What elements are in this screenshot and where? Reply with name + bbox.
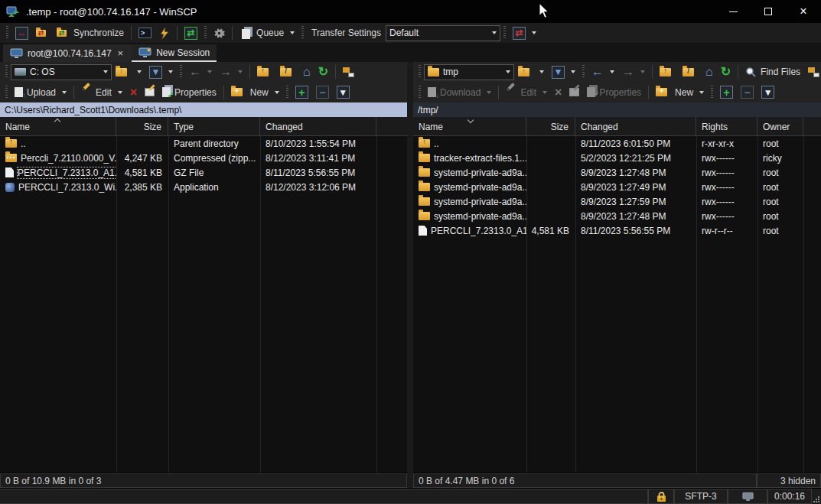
synchronize-browsing-button[interactable]: ⇄: [32, 24, 53, 42]
column-header-name[interactable]: Name: [0, 117, 116, 135]
local-selection-filter-button[interactable]: ▼: [333, 83, 353, 102]
new-session-tab[interactable]: New Session: [132, 44, 217, 62]
local-delete-button[interactable]: ×: [126, 83, 141, 102]
toolbar-grip[interactable]: [5, 65, 8, 79]
remote-parent-directory-button[interactable]: ↑: [656, 63, 679, 81]
close-tab-icon[interactable]: ×: [116, 47, 125, 59]
remote-directory-select[interactable]: tmp: [424, 64, 514, 80]
remote-open-directory-button[interactable]: ↑: [514, 63, 548, 81]
remote-root-directory-button[interactable]: /: [679, 63, 702, 81]
toolbar-grip[interactable]: [503, 26, 506, 40]
toolbar-grip[interactable]: [419, 86, 421, 99]
remote-transfer-button[interactable]: ⇄: [181, 24, 201, 42]
column-divider[interactable]: [526, 117, 527, 473]
file-row-parent[interactable]: ↑.. Parent directory 8/10/2023 1:55:54 P…: [0, 136, 407, 151]
session-tab[interactable]: root@100.74.16.147 ×: [3, 44, 132, 62]
transfer-preset-button[interactable]: ⇄: [509, 24, 540, 42]
local-parent-directory-button[interactable]: ↑: [253, 63, 276, 81]
local-forward-button[interactable]: →: [216, 63, 246, 81]
toolbar-grip[interactable]: [286, 86, 288, 99]
local-file-list[interactable]: Name Size Type Changed ↑.. Parent direct…: [0, 117, 407, 473]
file-row[interactable]: systemd-private-ad9a... 8/9/2023 1:27:59…: [413, 194, 821, 209]
column-header-type[interactable]: Type: [168, 117, 260, 135]
toolbar-grip[interactable]: [301, 26, 304, 40]
local-select-remove-button[interactable]: −: [312, 83, 333, 102]
remote-tree-toggle-button[interactable]: [804, 63, 821, 81]
remote-forward-button[interactable]: →: [618, 63, 649, 81]
file-row[interactable]: systemd-private-ad9a... 8/9/2023 1:27:49…: [413, 180, 821, 194]
column-divider[interactable]: [575, 117, 576, 473]
remote-home-button[interactable]: ⌂: [702, 63, 717, 81]
remote-select-add-button[interactable]: +: [716, 83, 737, 102]
remote-back-button[interactable]: ←: [588, 63, 618, 81]
minimize-button[interactable]: [715, 0, 751, 23]
close-button[interactable]: ×: [786, 0, 821, 23]
local-new-button[interactable]: + New: [227, 83, 283, 102]
toolbar-grip[interactable]: [204, 26, 207, 40]
local-home-button[interactable]: ⌂: [299, 63, 314, 81]
toolbar-grip[interactable]: [582, 65, 585, 79]
local-properties-button[interactable]: ✓ Properties: [158, 83, 220, 102]
local-edit-button[interactable]: Edit: [77, 83, 126, 102]
remote-select-remove-button[interactable]: −: [737, 83, 757, 102]
column-header-owner[interactable]: Owner: [757, 117, 803, 135]
column-divider[interactable]: [168, 117, 169, 473]
column-divider[interactable]: [757, 117, 758, 473]
toolbar-grip[interactable]: [6, 26, 8, 40]
column-header-changed[interactable]: Changed: [575, 117, 696, 135]
encryption-status[interactable]: [648, 489, 674, 504]
find-files-button[interactable]: Find Files: [741, 63, 804, 81]
column-header-changed[interactable]: Changed: [260, 117, 376, 135]
file-row[interactable]: systemd-private-ad9a... 8/9/2023 1:27:48…: [413, 165, 821, 180]
remote-rename-button[interactable]: [565, 83, 583, 102]
transfer-settings-select[interactable]: Default: [386, 25, 500, 41]
open-terminal-button[interactable]: >: [135, 24, 155, 42]
file-row[interactable]: systemd-private-ad9a... 8/9/2023 1:27:48…: [413, 209, 821, 223]
local-filter-button[interactable]: ▼: [145, 63, 177, 81]
local-rename-button[interactable]: [141, 83, 158, 102]
toolbar-grip[interactable]: [5, 86, 8, 99]
remote-new-button[interactable]: + New: [652, 83, 708, 102]
local-select-add-button[interactable]: +: [292, 83, 312, 102]
file-row[interactable]: PERCCLI_7.2313.0_Wi... 2,385 KB Applicat…: [0, 180, 407, 194]
file-row-parent[interactable]: ↑.. 8/11/2023 6:01:50 PM r-xr-xr-x root: [413, 136, 821, 151]
remote-edit-button[interactable]: Edit: [502, 83, 551, 102]
hidden-files-count[interactable]: 3 hidden: [757, 473, 821, 488]
toolbar-grip[interactable]: [180, 65, 182, 79]
local-root-directory-button[interactable]: /: [276, 63, 299, 81]
column-header-rights[interactable]: Rights: [696, 117, 757, 135]
local-drive-select[interactable]: C: OS: [11, 64, 112, 80]
column-header-size[interactable]: Size: [116, 117, 168, 135]
column-divider[interactable]: [376, 117, 377, 473]
console-commands-button[interactable]: [155, 24, 174, 42]
maximize-button[interactable]: [751, 0, 786, 23]
remote-filter-button[interactable]: ▼: [548, 63, 579, 81]
resize-grip[interactable]: [812, 489, 821, 504]
download-button[interactable]: ↓ Download: [424, 83, 495, 102]
remote-file-list[interactable]: Name Size Changed Rights Owner ↑.. 8/11/…: [413, 117, 821, 473]
protocol-status[interactable]: SFTP-3: [674, 489, 728, 504]
file-row[interactable]: tracker-extract-files.1... 5/2/2023 12:2…: [413, 151, 821, 165]
column-divider[interactable]: [260, 117, 261, 473]
column-header-size[interactable]: Size: [526, 117, 575, 135]
remote-selection-filter-button[interactable]: ▼: [757, 83, 778, 102]
panel-splitter[interactable]: [407, 62, 413, 488]
local-refresh-button[interactable]: ↻: [314, 63, 332, 81]
column-divider[interactable]: [116, 117, 117, 473]
synchronize-button[interactable]: ⇄ Synchronize: [53, 24, 128, 42]
local-tree-toggle-button[interactable]: [339, 63, 358, 81]
file-row-focused[interactable]: PERCCLI_7.2313.0_A1... 4,581 KB GZ File …: [0, 165, 407, 180]
file-row[interactable]: Perccli_7.2110.0000_V... 4,247 KB Compre…: [0, 151, 407, 165]
column-divider[interactable]: [696, 117, 697, 473]
file-row[interactable]: PERCCLI_7.2313.0_A1... 4,581 KB 8/11/202…: [413, 223, 821, 238]
local-path-bar[interactable]: C:\Users\Richard_Scott1\Downloads\.temp\: [0, 102, 407, 117]
local-back-button[interactable]: ←: [185, 63, 216, 81]
remote-properties-button[interactable]: ✓ Properties: [583, 83, 645, 102]
upload-button[interactable]: ↑ Upload: [11, 83, 70, 102]
toolbar-grip[interactable]: [711, 86, 713, 99]
preferences-button[interactable]: [210, 24, 229, 42]
local-open-directory-button[interactable]: ↑: [112, 63, 145, 81]
remote-delete-button[interactable]: ×: [551, 83, 565, 102]
swap-panels-button[interactable]: ↔: [11, 24, 32, 42]
column-header-name[interactable]: Name: [413, 117, 526, 135]
